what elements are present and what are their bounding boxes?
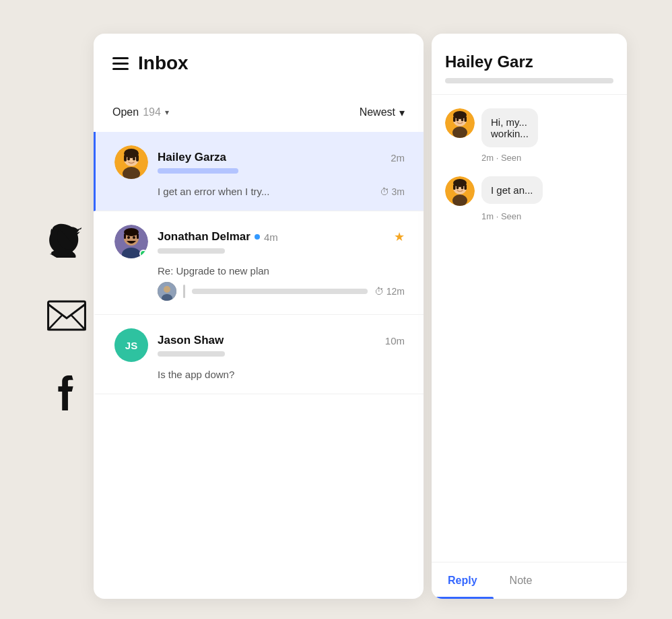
svg-rect-34 xyxy=(465,184,467,190)
tab-reply-label: Reply xyxy=(448,575,477,586)
mail-icon[interactable] xyxy=(46,298,87,333)
conversation-item-jason[interactable]: JS Jason Shaw 10m Is the app down? xyxy=(94,315,424,394)
jonathan-status-bar xyxy=(158,248,225,254)
jonathan-reply-row: ⏱ 12m xyxy=(114,282,405,301)
facebook-icon[interactable] xyxy=(51,373,82,412)
conversation-item-jonathan[interactable]: Jonathan Delmar 4m ★ Re: Upgrade to new … xyxy=(94,211,424,315)
message-avatar-2 xyxy=(445,176,475,206)
svg-rect-1 xyxy=(48,301,86,330)
hailey-time: 2m xyxy=(391,152,405,163)
message-bubble-1: Hi, my...workin... xyxy=(481,108,538,147)
svg-point-36 xyxy=(461,186,464,189)
svg-point-28 xyxy=(461,118,464,121)
svg-point-9 xyxy=(133,157,135,161)
conversation-item-hailey[interactable]: Hailey Garza 2m I get an error when I tr… xyxy=(94,132,424,211)
reply-divider xyxy=(183,285,185,298)
hailey-avatar xyxy=(114,145,148,179)
hailey-timer: ⏱ 3m xyxy=(380,186,405,197)
svg-rect-25 xyxy=(453,116,456,122)
filter-row: Open 194 ▾ Newest ▾ xyxy=(94,104,424,132)
jonathan-name: Jonathan Delmar xyxy=(158,230,250,244)
jason-status-bar xyxy=(158,351,225,357)
message-meta-2: 1m · Seen xyxy=(445,211,613,221)
right-panel-header: Hailey Garz xyxy=(432,34,627,95)
svg-point-8 xyxy=(127,157,130,161)
timer-icon-2: ⏱ xyxy=(374,286,384,297)
jonathan-avatar xyxy=(114,225,148,258)
message-bubble-2: I get an... xyxy=(481,176,543,204)
tab-note[interactable]: Note xyxy=(494,562,549,599)
message-item-2: I get an... 1m · Seen xyxy=(445,176,613,221)
hailey-preview-row: I get an error when I try... ⏱ 3m xyxy=(114,186,405,197)
status-label: Open xyxy=(112,106,139,118)
count-badge: 194 xyxy=(143,106,161,118)
svg-rect-14 xyxy=(124,233,126,239)
message-seen-2: Seen xyxy=(501,211,521,221)
jason-preview-row: Is the app down? xyxy=(114,369,405,380)
svg-rect-6 xyxy=(124,155,127,161)
jason-preview: Is the app down? xyxy=(158,369,234,380)
jonathan-online-dot xyxy=(139,250,147,258)
sort-chevron-icon: ▾ xyxy=(399,106,405,119)
jonathan-preview-row: Re: Upgrade to new plan xyxy=(114,265,405,277)
svg-rect-26 xyxy=(465,116,467,122)
right-contact-name: Hailey Garz xyxy=(445,52,613,71)
jonathan-timer-value: 12m xyxy=(387,286,405,297)
status-chevron-icon: ▾ xyxy=(165,108,169,117)
message-text-2: I get an... xyxy=(491,184,533,196)
inbox-header: Inbox xyxy=(94,34,424,104)
reply-gray-bar xyxy=(192,289,368,294)
conversation-list: Hailey Garza 2m I get an error when I tr… xyxy=(94,132,424,394)
jonathan-time: 4m xyxy=(264,231,278,243)
inbox-panel: Inbox Open 194 ▾ Newest ▾ xyxy=(94,34,424,599)
svg-point-17 xyxy=(133,236,135,239)
status-filter-button[interactable]: Open 194 ▾ xyxy=(112,104,169,121)
jonathan-reply-avatar xyxy=(158,282,176,301)
message-dot-2: · xyxy=(496,211,501,221)
message-item-1: Hi, my...workin... 2m · Seen xyxy=(445,108,613,163)
svg-point-13 xyxy=(124,228,139,236)
messages-area: Hi, my...workin... 2m · Seen xyxy=(432,95,627,562)
svg-rect-15 xyxy=(137,233,139,239)
hailey-status-bar xyxy=(158,168,238,174)
message-meta-1: 2m · Seen xyxy=(445,153,613,163)
message-dot-1: · xyxy=(496,153,501,163)
right-panel: Hailey Garz xyxy=(432,34,627,599)
reply-tabs: Reply Note xyxy=(432,562,627,599)
jonathan-star-icon: ★ xyxy=(394,229,405,244)
timer-icon: ⏱ xyxy=(380,186,389,197)
twitter-icon[interactable] xyxy=(48,220,86,258)
svg-point-35 xyxy=(457,186,459,189)
svg-rect-7 xyxy=(136,155,139,161)
message-avatar-1 xyxy=(445,108,475,138)
sidebar xyxy=(46,34,94,599)
jonathan-online-indicator xyxy=(255,234,260,240)
jason-name: Jason Shaw xyxy=(158,334,224,347)
jason-name-time: Jason Shaw 10m xyxy=(158,334,405,357)
hailey-preview: I get an error when I try... xyxy=(158,186,269,197)
svg-point-19 xyxy=(164,286,170,293)
hailey-name: Hailey Garza xyxy=(158,151,226,164)
jason-avatar: JS xyxy=(114,328,148,362)
inbox-title: Inbox xyxy=(138,52,189,74)
message-seen-1: Seen xyxy=(501,153,521,163)
svg-point-16 xyxy=(127,236,130,239)
tabs-row: Reply Note xyxy=(432,562,627,599)
svg-point-27 xyxy=(457,118,459,121)
hailey-timer-value: 3m xyxy=(392,186,405,197)
tab-reply[interactable]: Reply xyxy=(432,562,494,599)
message-time-2: 1m xyxy=(481,211,494,221)
jonathan-name-time: Jonathan Delmar 4m ★ xyxy=(158,229,405,254)
tab-note-label: Note xyxy=(510,575,533,586)
message-text-1: Hi, my...workin... xyxy=(491,116,529,139)
hamburger-menu-icon[interactable] xyxy=(112,57,129,70)
contact-info-bar xyxy=(445,78,613,83)
jonathan-timer: ⏱ 12m xyxy=(374,286,405,297)
svg-rect-33 xyxy=(453,184,456,190)
message-time-1: 2m xyxy=(481,153,494,163)
sort-label: Newest xyxy=(360,106,395,118)
jason-time: 10m xyxy=(385,335,405,347)
hailey-name-time: Hailey Garza 2m xyxy=(158,151,405,174)
sort-filter-button[interactable]: Newest ▾ xyxy=(360,106,405,119)
jonathan-preview: Re: Upgrade to new plan xyxy=(158,265,269,277)
